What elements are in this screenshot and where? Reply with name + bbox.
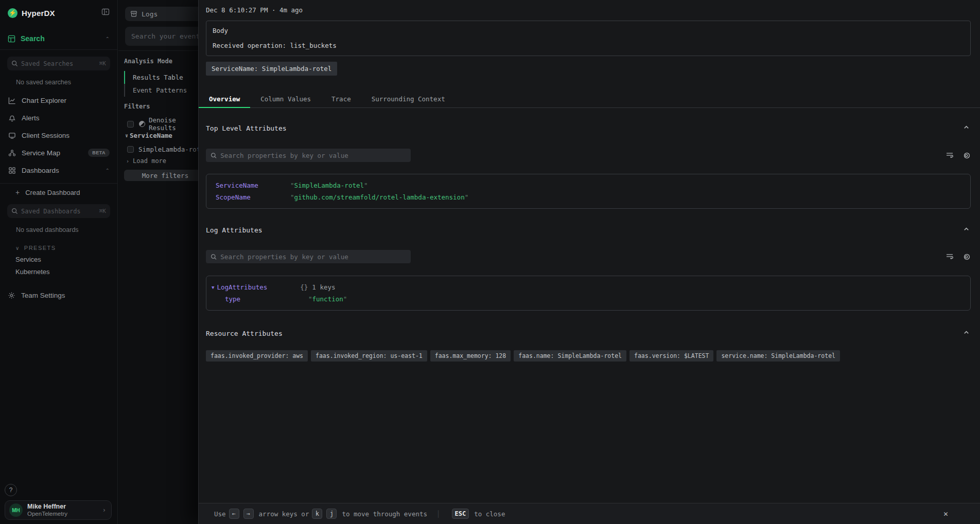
tree-row[interactable]: type function [206,293,970,305]
help-button[interactable]: ? [5,484,17,496]
create-dashboard-button[interactable]: + Create Dashboard [0,184,117,201]
saved-dashboards-searchbox[interactable]: ⌘K [7,204,110,218]
close-icon[interactable]: ✕ [943,509,948,518]
wrap-lines-icon[interactable] [946,252,954,261]
resource-tag[interactable]: faas.invoked_provider: aws [206,350,308,362]
user-profile-card[interactable]: MH Mike Heffner OpenTelemetry › [5,500,112,520]
network-icon [8,149,16,157]
event-details-drawer: Dec 8 6:10:27 PM · 4m ago Body Received … [198,0,980,524]
wrap-lines-icon[interactable] [946,151,954,159]
load-more-button[interactable]: › Load more [126,157,166,165]
chevron-up-icon[interactable]: ⌃ [106,36,110,42]
no-saved-dashboards-text: No saved dashboards [0,226,117,233]
gear-icon[interactable] [962,252,971,261]
checkbox[interactable] [127,146,134,153]
top-level-search[interactable] [206,149,411,162]
preset-item-kubernetes[interactable]: Kubernetes [0,265,117,278]
resource-tag[interactable]: faas.max_memory: 128 [430,350,511,362]
chevron-right-icon: › [102,507,106,514]
tab-overview[interactable]: Overview [199,91,250,108]
sidebar-item-team-settings[interactable]: Team Settings [0,289,117,301]
tab-trace[interactable]: Trace [321,91,361,108]
tab-surrounding-context[interactable]: Surrounding Context [361,91,456,108]
tree-key-count: 1 keys [312,283,335,291]
gear-icon[interactable] [962,151,971,160]
event-search-input[interactable] [131,32,198,40]
key-j-badge: j [326,509,337,519]
tree-root-key[interactable]: LogAttributes [217,283,267,291]
sidebar-item-label: Dashboards [22,167,59,174]
tab-label: Overview [209,95,240,103]
table-row[interactable]: ServiceName SimpleLambda-rotel [206,179,970,191]
attr-value[interactable]: function [308,295,347,303]
section-title: Log Attributes [206,226,262,234]
tree-root-row[interactable]: ▼ LogAttributes {} 1 keys [206,281,970,293]
chart-icon [8,97,16,104]
drawer-footer: Use ← → arrow keys or k j to move throug… [199,503,980,524]
resource-tag[interactable]: service.name: SimpleLambda-rotel [716,350,840,362]
mode-results-table[interactable]: Results Table [124,71,187,84]
sidebar-item-search[interactable]: Search ⌃ [0,32,117,45]
create-dashboard-label: Create Dashboard [25,189,80,196]
sidebar: ⚡ HyperDX Search ⌃ ⌘K No saved searches … [0,0,118,524]
more-filters-button[interactable]: More filters [124,170,198,181]
body-label: Body [213,27,964,34]
resource-tag[interactable]: faas.name: SimpleLambda-rotel [514,350,626,362]
source-select[interactable]: Logs [125,7,198,21]
attr-key[interactable]: ScopeName [216,193,290,201]
collapse-sidebar-icon[interactable] [101,8,110,18]
filters-label: Filters [124,103,150,110]
sidebar-item-client-sessions[interactable]: Client Sessions [0,127,117,144]
preset-item-services[interactable]: Services [0,253,117,265]
user-name: Mike Heffner [27,503,67,510]
service-name-tag[interactable]: ServiceName: SimpleLambda-rotel [206,62,337,76]
load-more-label: Load more [133,157,166,165]
attr-key[interactable]: ServiceName [216,182,290,189]
sidebar-item-chart-explorer[interactable]: Chart Explorer [0,92,117,109]
tab-column-values[interactable]: Column Values [250,91,321,108]
saved-searches-searchbox[interactable]: ⌘K [7,57,110,70]
saved-dashboards-input[interactable] [21,208,99,215]
filter-group-label: ServiceName [130,132,172,139]
bell-icon [8,114,16,122]
sidebar-item-service-map[interactable]: Service Map BETA [0,144,117,161]
tab-label: Surrounding Context [372,95,445,103]
top-level-search-input[interactable] [220,152,406,159]
drawer-scroll-area[interactable]: Dec 8 6:10:27 PM · 4m ago Body Received … [199,0,980,503]
attr-value[interactable]: SimpleLambda-rotel [290,182,368,189]
denoise-label: Denoise Results [149,116,198,132]
event-body-box: Body Received operation: list_buckets [206,21,971,56]
sidebar-item-dashboards[interactable]: Dashboards ⌃ [0,161,117,179]
drawer-tabs: Overview Column Values Trace Surrounding… [199,91,980,108]
log-attributes-search-input[interactable] [220,253,406,261]
gear-icon [8,292,15,299]
sidebar-item-alerts[interactable]: Alerts [0,109,117,127]
event-searchbox[interactable] [125,27,198,46]
app-logo: ⚡ HyperDX [0,0,117,19]
resource-tag[interactable]: faas.version: $LATEST [629,350,713,362]
log-attributes-search[interactable] [206,250,411,263]
saved-searches-input[interactable] [21,60,99,67]
filter-value-row[interactable]: SimpleLambda-rotel [127,146,198,153]
key-k-badge: k [312,509,322,519]
presets-label: PRESETS [24,245,56,251]
chevron-up-icon[interactable]: ⌃ [106,168,110,173]
collapse-section-icon[interactable] [962,328,971,338]
plus-icon: + [15,188,20,196]
presets-toggle[interactable]: ∨ PRESETS [0,243,117,253]
attr-value[interactable]: github.com/streamfold/rotel-lambda-exten… [290,193,468,201]
collapse-section-icon[interactable] [962,123,971,133]
beta-badge: BETA [88,149,110,157]
sidebar-item-label: Team Settings [21,292,65,299]
filter-group-servicename[interactable]: ∨ ServiceName [125,132,172,139]
resource-tag[interactable]: faas.invoked_region: us-east-1 [311,350,427,362]
attr-key[interactable]: type [225,295,308,303]
collapse-section-icon[interactable] [962,225,971,235]
table-row[interactable]: ScopeName github.com/streamfold/rotel-la… [206,191,970,203]
mode-event-patterns[interactable]: Event Patterns [124,84,187,97]
denoise-results-checkbox-row[interactable]: Denoise Results [127,116,198,132]
triangle-down-icon[interactable]: ▼ [212,285,214,290]
checkbox[interactable] [127,121,134,128]
key-right-badge: → [243,509,254,519]
search-icon [211,254,217,260]
